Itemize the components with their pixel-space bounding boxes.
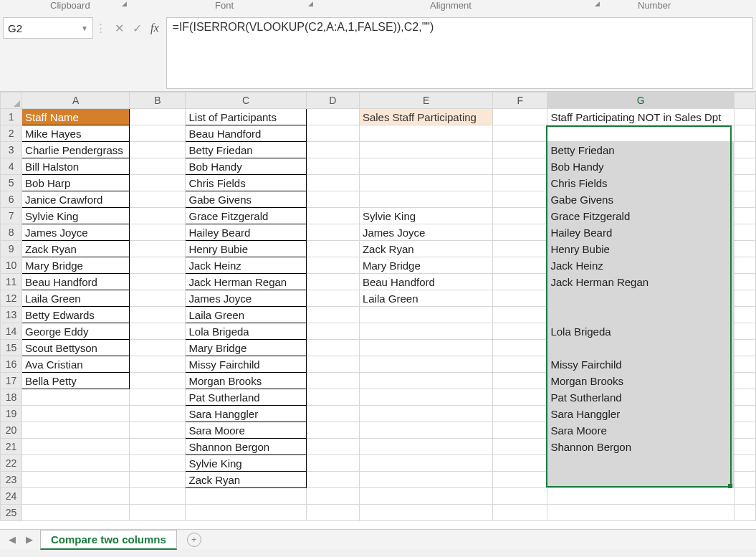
cell-E7[interactable]: Sylvie King bbox=[359, 208, 492, 224]
cell-E22[interactable] bbox=[359, 455, 492, 472]
fx-icon[interactable]: fx bbox=[150, 22, 159, 34]
cell-E2[interactable] bbox=[359, 125, 492, 142]
cell-G19[interactable]: Sara Hanggler bbox=[547, 406, 734, 422]
cell-F15[interactable] bbox=[493, 340, 547, 356]
cell-H9[interactable] bbox=[734, 241, 755, 257]
cell-B21[interactable] bbox=[130, 439, 186, 455]
cell-G10[interactable]: Jack Heinz bbox=[547, 257, 734, 274]
cell-C21[interactable]: Shannon Bergon bbox=[186, 439, 306, 455]
cell-F19[interactable] bbox=[493, 406, 547, 422]
cell-H5[interactable] bbox=[734, 175, 755, 191]
row-header[interactable]: 4 bbox=[1, 158, 22, 175]
cell-G5[interactable]: Chris Fields bbox=[547, 175, 734, 191]
cell-C7[interactable]: Grace Fitzgerald bbox=[186, 208, 306, 224]
cell-B3[interactable] bbox=[130, 142, 186, 158]
cell-C2[interactable]: Beau Handford bbox=[186, 125, 306, 142]
cell-A19[interactable] bbox=[22, 406, 130, 422]
cell-E16[interactable] bbox=[359, 356, 492, 373]
row-header[interactable]: 10 bbox=[1, 257, 22, 274]
row-header[interactable]: 17 bbox=[1, 373, 22, 389]
cell-E19[interactable] bbox=[359, 406, 492, 422]
cell-G3[interactable]: Betty Friedan bbox=[547, 142, 734, 158]
cell-H24[interactable] bbox=[734, 488, 755, 505]
row-header[interactable]: 12 bbox=[1, 290, 22, 307]
cell-E20[interactable] bbox=[359, 422, 492, 439]
cell-C6[interactable]: Gabe Givens bbox=[186, 191, 306, 208]
cell-F8[interactable] bbox=[493, 224, 547, 241]
sheet-nav-next-icon[interactable]: ▶ bbox=[23, 534, 36, 545]
cell-C19[interactable]: Sara Hanggler bbox=[186, 406, 306, 422]
cell-G16[interactable]: Missy Fairchild bbox=[547, 356, 734, 373]
cell-H25[interactable] bbox=[734, 505, 755, 521]
cell-A23[interactable] bbox=[22, 472, 130, 488]
row-header[interactable]: 25 bbox=[1, 505, 22, 521]
cell-B15[interactable] bbox=[130, 340, 186, 356]
cell-E4[interactable] bbox=[359, 158, 492, 175]
cell-E21[interactable] bbox=[359, 439, 492, 455]
col-header-E[interactable]: E bbox=[359, 92, 492, 109]
row-header[interactable]: 2 bbox=[1, 125, 22, 142]
cell-C9[interactable]: Henry Bubie bbox=[186, 241, 306, 257]
cell-H13[interactable] bbox=[734, 307, 755, 323]
cell-G12[interactable] bbox=[547, 290, 734, 307]
cell-B2[interactable] bbox=[130, 125, 186, 142]
cell-A9[interactable]: Zack Ryan bbox=[22, 241, 130, 257]
cell-B1[interactable] bbox=[130, 109, 186, 125]
cell-H2[interactable] bbox=[734, 125, 755, 142]
cell-C24[interactable] bbox=[186, 488, 306, 505]
cell-B18[interactable] bbox=[130, 389, 186, 406]
cell-D13[interactable] bbox=[306, 307, 359, 323]
sheet-nav-prev-icon[interactable]: ◀ bbox=[6, 534, 19, 545]
cell-E8[interactable]: James Joyce bbox=[359, 224, 492, 241]
cell-F12[interactable] bbox=[493, 290, 547, 307]
cell-B9[interactable] bbox=[130, 241, 186, 257]
cell-H10[interactable] bbox=[734, 257, 755, 274]
row-header[interactable]: 1 bbox=[1, 109, 22, 125]
col-header-D[interactable]: D bbox=[306, 92, 359, 109]
cell-G20[interactable]: Sara Moore bbox=[547, 422, 734, 439]
cell-F20[interactable] bbox=[493, 422, 547, 439]
row-header[interactable]: 11 bbox=[1, 274, 22, 290]
cell-E10[interactable]: Mary Bridge bbox=[359, 257, 492, 274]
cell-B11[interactable] bbox=[130, 274, 186, 290]
cell-A6[interactable]: Janice Crawford bbox=[22, 191, 130, 208]
cell-G22[interactable] bbox=[547, 455, 734, 472]
cell-F3[interactable] bbox=[493, 142, 547, 158]
cell-D20[interactable] bbox=[306, 422, 359, 439]
cell-C8[interactable]: Hailey Beard bbox=[186, 224, 306, 241]
cell-F2[interactable] bbox=[493, 125, 547, 142]
cell-D2[interactable] bbox=[306, 125, 359, 142]
cell-D5[interactable] bbox=[306, 175, 359, 191]
row-header[interactable]: 8 bbox=[1, 224, 22, 241]
cell-D21[interactable] bbox=[306, 439, 359, 455]
cell-F24[interactable] bbox=[493, 488, 547, 505]
cell-H19[interactable] bbox=[734, 406, 755, 422]
cell-F25[interactable] bbox=[493, 505, 547, 521]
cell-H17[interactable] bbox=[734, 373, 755, 389]
cell-D18[interactable] bbox=[306, 389, 359, 406]
cell-E6[interactable] bbox=[359, 191, 492, 208]
cell-H8[interactable] bbox=[734, 224, 755, 241]
cell-E24[interactable] bbox=[359, 488, 492, 505]
row-header[interactable]: 16 bbox=[1, 356, 22, 373]
cell-D10[interactable] bbox=[306, 257, 359, 274]
cell-B16[interactable] bbox=[130, 356, 186, 373]
cell-F16[interactable] bbox=[493, 356, 547, 373]
row-header[interactable]: 5 bbox=[1, 175, 22, 191]
cell-F21[interactable] bbox=[493, 439, 547, 455]
cell-A10[interactable]: Mary Bridge bbox=[22, 257, 130, 274]
cell-F23[interactable] bbox=[493, 472, 547, 488]
cell-C18[interactable]: Pat Sutherland bbox=[186, 389, 306, 406]
cell-C5[interactable]: Chris Fields bbox=[186, 175, 306, 191]
cell-A18[interactable] bbox=[22, 389, 130, 406]
cell-A16[interactable]: Ava Cristian bbox=[22, 356, 130, 373]
cell-G9[interactable]: Henry Bubie bbox=[547, 241, 734, 257]
cell-E25[interactable] bbox=[359, 505, 492, 521]
cell-B13[interactable] bbox=[130, 307, 186, 323]
formula-bar-input[interactable]: =IF(ISERROR(VLOOKUP(C2,A:A,1,FALSE)),C2,… bbox=[166, 17, 753, 89]
cell-D14[interactable] bbox=[306, 323, 359, 340]
cell-G13[interactable] bbox=[547, 307, 734, 323]
cell-H7[interactable] bbox=[734, 208, 755, 224]
cell-E1[interactable]: Sales Staff Participating bbox=[359, 109, 492, 125]
cell-H20[interactable] bbox=[734, 422, 755, 439]
